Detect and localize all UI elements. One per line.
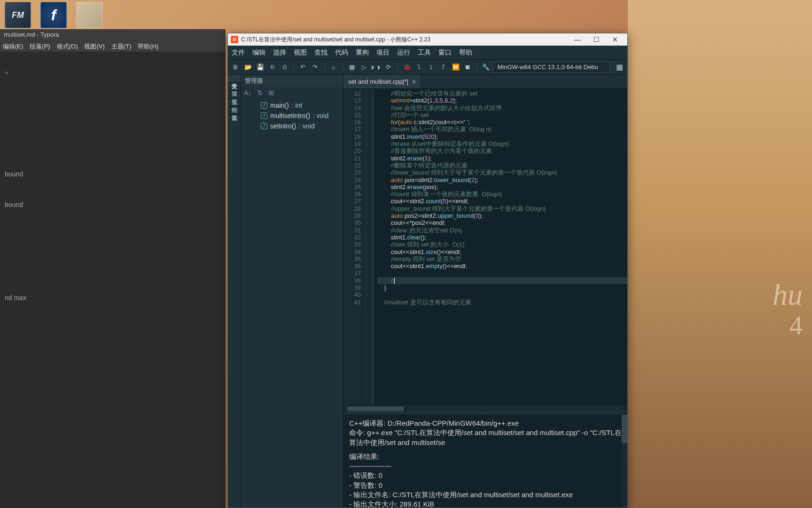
function-icon: f [261,102,267,109]
debug-icon[interactable]: 🐞 [402,62,412,72]
symbol-item[interactable]: fmultisetintro() : void [242,111,342,121]
symbol-tree: fmain() : intfmultisetintro() : voidfset… [241,98,343,133]
typora-menu-item[interactable]: 格式(O) [57,42,78,50]
desktop-icon-flash[interactable] [40,2,67,28]
ide-window: D C:/STL在算法中使用/set and multiset/set and … [227,33,628,508]
wallpaper-glyph: hu [773,278,803,312]
typora-window: multiset.md - Typora 编辑(E)段落(P)格式(O)视图(V… [0,29,226,508]
toolchain-select[interactable]: MinGW-w64 GCC 13.1.0 64-bit Debu [493,62,610,73]
editor-tabs: set and multiset.cpp[*] × [344,75,627,89]
output-vscroll[interactable] [622,415,627,508]
ide-menu-item[interactable]: 查找 [314,48,328,57]
sort-type-icon[interactable]: ⇅ [257,89,263,96]
ide-menubar: 文件编辑选择视图查找代码重构项目运行工具窗口帮助 [228,46,627,60]
output-compiler: C++编译器: D:/RedPanda-CPP/MinGW64/bin/g++.… [349,419,622,428]
editor-tab-active[interactable]: set and multiset.cpp[*] × [344,75,421,88]
compile-icon[interactable]: ▦ [347,62,357,72]
settings-icon[interactable]: ▦ [614,62,625,72]
output-outsize: - 输出文件大小: 289.61 KiB [349,500,622,508]
vertical-tab[interactable]: 监视 [228,91,241,99]
ide-menu-item[interactable]: 重构 [356,48,369,57]
manager-panel: 管理器 A↓ ⇅ ⊞ fmain() : intfmultisetintro()… [241,75,344,508]
ide-menu-item[interactable]: 帮助 [459,48,472,57]
stop-icon[interactable]: ⏹ [463,62,473,72]
ide-menu-item[interactable]: 选择 [273,48,286,57]
desktop-icon-forza[interactable] [5,2,31,28]
wallpaper-glyph-2: 4 [789,310,803,341]
maximize-button[interactable]: ☐ [587,33,606,46]
code-content[interactable]: //初始化一个已经含有元素的 set set<int>stint2{1,3,5,… [374,89,627,405]
tab-label: set and multiset.cpp[*] [348,78,408,85]
step-over-icon[interactable]: ⤵ [414,62,424,72]
step-into-icon[interactable]: ⤹ [426,62,437,72]
new-file-icon[interactable]: 🗎 [231,62,241,72]
symbol-item[interactable]: fmain() : int [242,100,342,111]
ide-menu-item[interactable]: 项目 [376,48,390,57]
ide-menu-item[interactable]: 运行 [397,48,410,57]
tab-close-icon[interactable]: × [412,78,416,86]
ide-titlebar[interactable]: D C:/STL在算法中使用/set and multiset/set and … [228,33,627,46]
expand-icon[interactable]: ⊞ [268,89,274,96]
vertical-tab[interactable]: 试题集 [228,107,241,115]
close-button[interactable]: ✕ [606,33,625,46]
typora-outline: ✎ bound bound nd max [0,52,226,312]
vertical-tab[interactable]: 结构 [228,99,241,107]
continue-icon[interactable]: ⏩ [451,62,461,72]
print-icon[interactable]: ⎙ [280,62,290,72]
typora-menu-item[interactable]: 视图(V) [84,42,104,50]
open-file-icon[interactable]: 📂 [243,62,253,72]
editor-hscroll[interactable] [344,405,627,412]
function-icon: f [261,112,267,119]
tools-icon[interactable]: 🔧 [481,62,491,72]
app-icon: D [231,36,238,43]
code-editor[interactable]: 1213141516171819202122232425262728293031… [344,89,627,405]
sort-alpha-icon[interactable]: A↓ [244,89,251,96]
run-icon[interactable]: ▷ [359,62,369,72]
function-icon: f [261,123,267,129]
editor-area: set and multiset.cpp[*] × 12131415161718… [344,75,627,508]
output-warnings: - 警告数: 0 [349,481,622,490]
output-panel[interactable]: C++编译器: D:/RedPanda-CPP/MinGW64/bin/g++.… [344,414,627,508]
ide-menu-item[interactable]: 窗口 [438,48,452,57]
ide-menu-item[interactable]: 代码 [335,48,348,57]
typora-menu-item[interactable]: 帮助(H) [138,42,158,50]
manager-header: 管理器 [241,75,343,87]
save-all-icon[interactable]: ⎘ [267,62,278,72]
typora-menu-item[interactable]: 段落(P) [30,42,50,50]
redo-icon[interactable]: ↷ [310,62,320,72]
ide-toolbar: 🗎 📂 💾 ⎘ ⎙ ↶ ↷ ⌕ ▦ ▷ ⏵⏵ ⟳ 🐞 ⤵ ⤹ ⤴ ⏩ ⏹ 🔧 M… [228,60,627,75]
save-icon[interactable]: 💾 [255,62,265,72]
typora-menu-item[interactable]: 编辑(E) [3,42,23,50]
rebuild-icon[interactable]: ⟳ [383,62,394,72]
output-dashes: ------------------ [349,461,622,471]
search-icon[interactable]: ⌕ [328,62,339,72]
desktop-icon-comic[interactable] [76,2,102,28]
undo-icon[interactable]: ↶ [298,62,308,72]
ide-menu-item[interactable]: 工具 [418,48,431,57]
manager-toolbar: A↓ ⇅ ⊞ [241,87,343,98]
ide-menu-item[interactable]: 编辑 [252,48,265,57]
typora-title: multiset.md - Typora [0,29,226,40]
wallpaper-right [628,0,812,508]
output-outfile: - 输出文件名: C:/STL在算法中使用/set and multiset/s… [349,490,622,500]
vertical-tab[interactable]: 文件 [228,75,241,83]
ide-menu-item[interactable]: 视图 [294,48,307,57]
output-command: 命令: g++.exe "C:/STL在算法中使用/set and multis… [349,428,622,447]
outline-item-bound2[interactable]: bound [3,196,223,214]
vertical-tab[interactable]: 项目 [228,83,241,91]
typora-menu-item[interactable]: 主题(T) [111,42,132,50]
step-out-icon[interactable]: ⤴ [438,62,449,72]
ide-menu-item[interactable]: 文件 [232,48,245,57]
minimize-button[interactable]: — [568,33,587,46]
typora-menubar: 编辑(E)段落(P)格式(O)视图(V)主题(T)帮助(H) [0,40,226,52]
vertical-tab-strip: 文件项目监视结构试题集 [228,75,241,508]
symbol-item[interactable]: fsetintro() : void [242,121,342,131]
outline-item[interactable]: ✎ [3,66,223,80]
line-gutter: 1213141516171819202122232425262728293031… [344,89,366,405]
outline-item-bound[interactable]: bound [3,165,223,183]
output-errors: - 错误数: 0 [349,471,622,480]
compile-run-icon[interactable]: ⏵⏵ [371,62,382,72]
window-title: C:/STL在算法中使用/set and multiset/set and mu… [241,36,430,44]
fold-margin [366,89,374,405]
outline-item-minmax[interactable]: nd max [3,289,223,307]
